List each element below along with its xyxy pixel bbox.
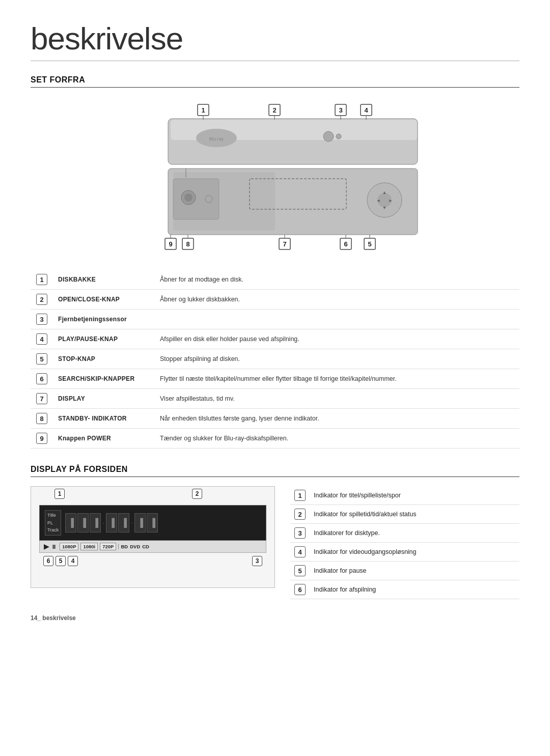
page-title: beskrivelse [31,20,519,61]
lcd-bottom-bar: ▶ ⏸ 1080P 1080i 720P BD DVD CD [39,541,266,553]
part-num-badge: 5 [36,353,47,365]
part-name-cell: Knappen POWER [53,429,155,449]
front-view-diagram: 1 2 3 4 Blu-ray [31,97,519,260]
format-dvd: DVD [130,544,140,549]
display-grid: 1 2 Title PL Track ▐ ▐ ▐ · ▐ ▐ [31,486,519,599]
svg-text:▲: ▲ [382,190,387,195]
display-bottom-callouts: 6 5 4 3 [39,553,266,566]
svg-text:2: 2 [272,106,276,114]
part-name-cell: SEARCH/SKIP-KNAPPER [53,369,155,389]
svg-text:1: 1 [201,106,205,114]
display-callout-2: 2 [192,489,202,499]
display-table-row: 4 Indikator for videoudgangsopløsning [290,543,519,562]
display-callout-4: 4 [68,556,78,566]
lcd-labels: Title PL Track [45,510,61,535]
part-name-cell: DISPLAY [53,389,155,409]
svg-text:8: 8 [186,240,189,248]
display-table-row: 1 Indikator for titel/spilleliste/spor [290,486,519,505]
part-num-cell: 3 [31,310,53,329]
display-table-row: 3 Indikatorer for disktype. [290,524,519,543]
format-1080i: 1080i [80,543,98,550]
display-item-num-badge: 3 [294,527,306,539]
parts-table-row: 4 PLAY/PAUSE-KNAP Afspiller en disk elle… [31,329,519,349]
lcd-seg-5: ▐ [118,513,129,533]
part-num-cell: 9 [31,429,53,449]
part-num-cell: 7 [31,389,53,409]
part-num-cell: 6 [31,369,53,389]
part-name-cell: PLAY/PAUSE-KNAP [53,329,155,349]
display-diagram-box: 1 2 Title PL Track ▐ ▐ ▐ · ▐ ▐ [31,486,275,588]
lcd-segments-row: ▐ ▐ ▐ · ▐ ▐ · ▐ ▐ [65,513,261,533]
section-set-forfra: SET FORFRA 1 2 3 4 Blu-ray [31,75,519,449]
lcd-seg-dot2: · [130,513,133,533]
play-indicator: ▶ [44,543,49,550]
format-720p: 720P [100,543,116,550]
parts-table-row: 6 SEARCH/SKIP-KNAPPER Flytter til næste … [31,369,519,389]
display-item-num-cell: 6 [290,580,310,599]
parts-table-row: 8 STANDBY- INDIKATOR Når enheden tilslut… [31,409,519,429]
parts-table-row: 1 DISKBAKKE Åbner for at modtage en disk… [31,270,519,290]
part-name-cell: DISKBAKKE [53,270,155,290]
svg-text:5: 5 [368,240,371,248]
part-num-cell: 4 [31,329,53,349]
lcd-title-label: Title [47,512,59,519]
lcd-seg-2: ▐ [77,513,89,533]
lcd-track-label: Track [47,526,59,534]
section2-heading: DISPLAY PÅ FORSIDEN [31,465,519,477]
parts-table-row: 7 DISPLAY Viser afspillestatus, tid mv. [31,389,519,409]
display-item-desc-cell: Indikator for pause [310,562,519,580]
part-num-badge: 4 [36,333,47,345]
lcd-pl-label: PL [47,519,59,526]
display-item-desc-cell: Indikator for titel/spilleliste/spor [310,486,519,505]
display-item-desc-cell: Indikator for afspilning [310,580,519,599]
svg-point-22 [184,193,193,202]
display-callout-5: 5 [56,556,66,566]
part-desc-cell: Stopper afspilning af disken. [155,349,519,369]
part-num-badge: 6 [36,373,47,384]
lcd-display-block: Title PL Track ▐ ▐ ▐ · ▐ ▐ · ▐ ▐ [39,505,266,541]
svg-text:►: ► [389,198,393,203]
display-item-desc-cell: Indikatorer for disktype. [310,524,519,543]
footer-note: 14_ beskrivelse [31,614,519,622]
part-desc-cell [155,310,519,329]
lcd-seg-4: ▐ [106,513,117,533]
parts-table: 1 DISKBAKKE Åbner for at modtage en disk… [31,270,519,449]
svg-point-13 [336,134,341,139]
parts-table-row: 3 Fjernbetjeningssensor [31,310,519,329]
part-num-badge: 2 [36,294,47,305]
lcd-seg-6: ▐ [134,513,146,533]
part-desc-cell: Viser afspillestatus, tid mv. [155,389,519,409]
part-num-badge: 1 [36,274,47,285]
part-num-badge: 3 [36,314,47,325]
display-item-desc-cell: Indikator for spilletid/tid/aktuel statu… [310,505,519,524]
front-diagram-svg: 1 2 3 4 Blu-ray [107,103,443,254]
display-item-num-badge: 4 [294,546,306,557]
part-desc-cell: Afspiller en disk eller holder pause ved… [155,329,519,349]
part-name-cell: STANDBY- INDIKATOR [53,409,155,429]
parts-table-row: 2 OPEN/CLOSE-KNAP Åbner og lukker diskba… [31,290,519,310]
section1-heading: SET FORFRA [31,75,519,88]
svg-text:Blu-ray: Blu-ray [209,136,224,142]
lcd-seg-dot1: · [102,513,105,533]
part-num-cell: 1 [31,270,53,290]
format-cd: CD [142,544,149,549]
part-desc-cell: Tænder og slukker for Blu-ray-diskafspil… [155,429,519,449]
part-num-badge: 7 [36,393,47,404]
part-num-badge: 8 [36,413,47,424]
display-item-num-cell: 1 [290,486,310,505]
lcd-seg-7: ▐ [147,513,158,533]
display-item-num-badge: 1 [294,490,306,501]
display-table-row: 6 Indikator for afspilning [290,580,519,599]
part-desc-cell: Åbner og lukker diskbakken. [155,290,519,310]
svg-text:3: 3 [339,106,342,114]
svg-point-12 [323,131,334,142]
part-desc-cell: Når enheden tilsluttes første gang, lyse… [155,409,519,429]
part-name-cell: STOP-KNAP [53,349,155,369]
svg-point-23 [205,195,212,203]
display-items-table: 1 Indikator for titel/spilleliste/spor 2… [290,486,519,599]
display-item-num-badge: 5 [294,565,306,576]
display-item-num-cell: 2 [290,505,310,524]
parts-table-row: 5 STOP-KNAP Stopper afspilning af disken… [31,349,519,369]
display-table-row: 5 Indikator for pause [290,562,519,580]
part-num-cell: 8 [31,409,53,429]
